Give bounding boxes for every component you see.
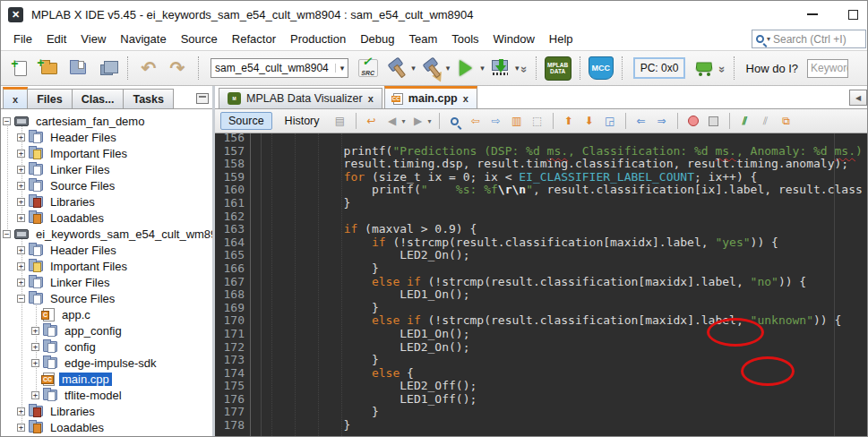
stop-macro-recording-icon[interactable] — [706, 113, 722, 129]
how-do-i-input[interactable]: Keyword — [807, 59, 848, 78]
tree-expander-icon[interactable]: + — [17, 198, 25, 206]
rectangular-selection-icon[interactable]: ⬚ — [529, 113, 546, 129]
tab-tasks[interactable]: Tasks — [123, 89, 174, 108]
tree-expander-icon[interactable]: + — [31, 327, 39, 335]
tree-item-source-files[interactable]: +Source Files — [1, 177, 212, 193]
tree-item-label[interactable]: Libraries — [47, 195, 98, 209]
minimize-button[interactable] — [807, 13, 818, 15]
find-icon[interactable] — [447, 113, 463, 129]
save-all-button[interactable] — [94, 56, 119, 81]
tree-expander-icon[interactable]: + — [17, 246, 25, 254]
menu-refactor[interactable]: Refactor — [225, 30, 283, 48]
menu-debug[interactable]: Debug — [353, 30, 401, 48]
tree-item-label[interactable]: app_config — [62, 324, 125, 338]
tree-item-label[interactable]: edge-impulse-sdk — [62, 356, 159, 370]
tree-item-label[interactable]: app.c — [59, 308, 93, 321]
shift-left-icon[interactable]: ⇐ — [633, 113, 649, 129]
comment-icon[interactable]: ⫽ — [737, 113, 753, 129]
run-project-button[interactable] — [453, 56, 478, 81]
tree-item-label[interactable]: Important Files — [47, 260, 130, 273]
tree-item-label[interactable]: Loadables — [47, 421, 107, 434]
menu-navigate[interactable]: Navigate — [113, 30, 173, 48]
tree-expander-icon[interactable]: + — [31, 391, 39, 399]
tree-expander-icon[interactable]: + — [17, 182, 25, 190]
global-search-box[interactable]: ▾ Search (Ctrl +I) — [752, 30, 866, 48]
mcc-badge[interactable]: MCC — [589, 56, 614, 80]
shift-right-icon[interactable]: ⇒ — [654, 113, 670, 129]
tree-expander-icon[interactable]: + — [17, 133, 25, 141]
close-icon[interactable]: x — [368, 93, 374, 104]
menu-source[interactable]: Source — [174, 30, 225, 48]
open-project-button[interactable] — [65, 56, 90, 81]
tree-item-linker-files[interactable]: +Linker Files — [1, 161, 212, 177]
toolbar-overflow-chevrons[interactable]: » — [716, 65, 729, 70]
toggle-bookmark-icon[interactable]: ◲ — [602, 113, 618, 129]
tree-item-edge-impulse-sdk[interactable]: +edge-impulse-sdk — [1, 355, 212, 371]
forward-icon[interactable]: ▶ — [410, 113, 426, 129]
chevron-down-icon[interactable]: ▾ — [480, 64, 485, 73]
menu-window[interactable]: Window — [486, 30, 542, 48]
tree-item-label[interactable]: ei_keywords_sam_e54_cult_wm8904 — [33, 227, 212, 241]
tree-item-label[interactable]: tflite-model — [62, 389, 125, 402]
make-and-program-button[interactable] — [488, 56, 513, 81]
menu-team[interactable]: Team — [401, 30, 444, 48]
tree-item-source-files[interactable]: −Source Files — [1, 290, 212, 306]
toggle-header-source-icon[interactable]: ⧉ — [778, 113, 795, 129]
microchip-store-button[interactable] — [692, 56, 717, 81]
tree-item-libraries[interactable]: +Libraries — [1, 193, 212, 210]
tree-expander-icon[interactable]: + — [17, 214, 25, 222]
tree-expander-icon[interactable]: + — [17, 407, 25, 416]
tree-item-label[interactable]: Linker Files — [47, 163, 112, 176]
menu-edit[interactable]: Edit — [39, 30, 73, 48]
new-file-button[interactable]: + — [8, 56, 33, 81]
history-view-button[interactable]: History — [277, 112, 328, 130]
tree-expander-icon[interactable]: + — [17, 278, 25, 287]
tab-files[interactable]: Files — [27, 89, 73, 108]
editor-tab-main-cpp[interactable]: main.cppx — [384, 86, 477, 108]
last-edit-location-icon[interactable]: ↩ — [364, 113, 380, 129]
tab-classes[interactable]: Clas... — [72, 89, 125, 108]
tree-item-libraries[interactable]: +Libraries — [1, 403, 212, 419]
undo-button[interactable]: ↶ — [136, 56, 161, 81]
tree-item-tflite-model[interactable]: +tflite-model — [1, 387, 212, 403]
toggle-highlight-icon[interactable]: ▥ — [509, 113, 525, 129]
tree-item-app-config[interactable]: +app_config — [1, 322, 212, 338]
tree-item-cartesiam-fan-demo[interactable]: −cartesiam_fan_demo — [1, 113, 212, 129]
clean-and-build-button[interactable] — [419, 56, 444, 81]
previous-bookmark-icon[interactable]: ⬆ — [561, 113, 577, 129]
tree-item-label[interactable]: Header Files — [47, 131, 119, 144]
project-configuration-combobox[interactable]: sam_e54_cult_wm8904 ▾ — [211, 58, 348, 78]
tree-expander-icon[interactable]: + — [17, 424, 25, 432]
tree-expander-icon[interactable]: + — [17, 166, 25, 174]
tree-item-important-files[interactable]: +Important Files — [1, 145, 212, 161]
tree-expander-icon[interactable]: + — [17, 150, 25, 158]
tree-item-important-files[interactable]: +Important Files — [1, 258, 212, 274]
editor-tab-mplab-data-visualizer[interactable]: MMPLAB Data Visualizerx — [219, 88, 382, 108]
tree-expander-icon[interactable]: + — [31, 343, 39, 351]
tree-item-label[interactable]: config — [62, 340, 99, 354]
tree-item-label[interactable]: Libraries — [47, 405, 98, 418]
chevron-down-icon[interactable]: ▾ — [411, 64, 416, 73]
tree-expander-icon[interactable]: − — [3, 117, 11, 125]
tree-item-label[interactable]: Source Files — [47, 292, 117, 305]
find-next-icon[interactable]: ⇨ — [488, 113, 504, 129]
chevron-down-icon[interactable]: ▾ — [446, 64, 451, 73]
close-icon[interactable]: x — [13, 94, 18, 105]
menu-tools[interactable]: Tools — [444, 30, 486, 48]
tree-item-app-c[interactable]: +app.c — [1, 306, 212, 322]
next-bookmark-icon[interactable]: ⬇ — [581, 113, 597, 129]
close-icon[interactable]: x — [463, 93, 468, 104]
mplab-data-visualizer-badge[interactable]: MPLAB DATA — [545, 56, 572, 81]
tab-scroll-left-button[interactable]: ◀ — [849, 90, 867, 106]
menu-production[interactable]: Production — [283, 30, 353, 48]
tree-item-label[interactable]: Important Files — [47, 147, 130, 160]
build-project-button[interactable] — [384, 56, 409, 81]
tree-item-label[interactable]: main.cpp — [59, 373, 112, 386]
menu-help[interactable]: Help — [542, 30, 580, 48]
code-editor[interactable]: 1561571581591601611621631641651661671681… — [215, 133, 868, 437]
tree-item-label[interactable]: cartesiam_fan_demo — [33, 115, 147, 128]
tree-item-label[interactable]: Loadables — [47, 211, 107, 225]
tree-expander-icon[interactable]: + — [31, 359, 39, 367]
tree-item-label[interactable]: Source Files — [47, 179, 117, 193]
find-previous-icon[interactable]: ⇦ — [468, 113, 484, 129]
